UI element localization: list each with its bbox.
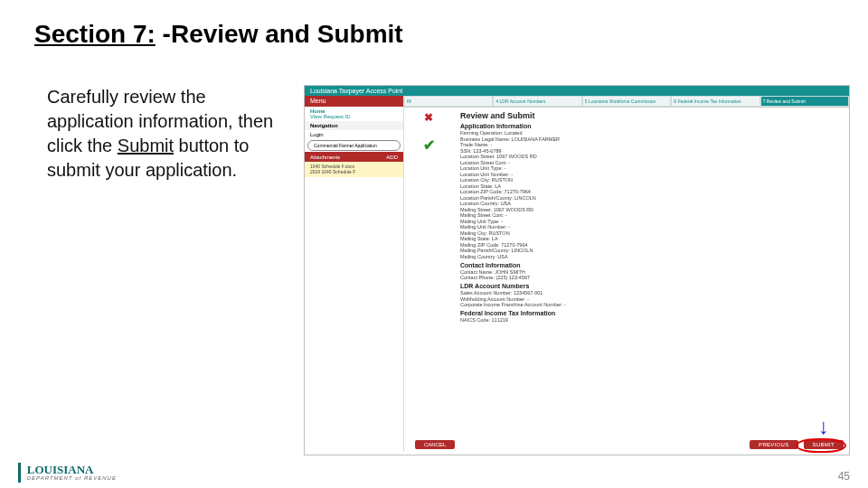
row: Location Unit Number: - (460, 172, 842, 177)
row: Location Street: 1067 WOODS RD (460, 154, 842, 159)
cancel-button[interactable]: Cancel (415, 440, 455, 449)
sidebar-app-line[interactable]: Commercial Farmer Application (307, 140, 401, 151)
x-mark-icon: ✖ (424, 111, 433, 124)
instruction-submit-word: Submit (118, 136, 174, 155)
row: Location Unit Type: - (460, 165, 842, 171)
row: Mailing Street Cont: - (460, 212, 842, 218)
section-contact: Contact Information (460, 262, 842, 268)
instruction-text: Carefully review the application informa… (47, 85, 291, 455)
check-mark-icon: ✔ (423, 136, 435, 154)
row: NAICS Code: 111219 (460, 317, 842, 323)
row: Mailing Unit Number: - (460, 224, 842, 230)
sidebar-file-desc: 2019 1040 Schedule F (310, 170, 398, 175)
row: Business Legal Name: LOUISIANA FARMER (460, 136, 842, 142)
row: Location ZIP Code: 71270-7964 (460, 189, 842, 194)
previous-button[interactable]: Previous (750, 440, 797, 449)
row: Mailing Parish/County: LINCOLN (460, 248, 842, 253)
section-appinfo: Application Information (460, 123, 842, 129)
step-tab-4[interactable]: 4 LDR Account Numbers (493, 96, 581, 107)
row: Trade Name: - (460, 142, 842, 147)
step-tab-6[interactable]: 6 Federal Income Tax Information (671, 96, 760, 107)
sidebar-attachments-label: Attachments (310, 155, 340, 160)
step-tab-5[interactable]: 5 Louisiana Workforce Commission (582, 96, 671, 107)
sidebar-nav-header: Navigation (305, 121, 403, 130)
row: Contact Name: JOHN SMITH (460, 269, 842, 275)
row: Location State: LA (460, 183, 842, 189)
page-number: 45 (838, 470, 850, 483)
row: Location Country: USA (460, 201, 842, 206)
validation-column: ✖ ✔ (404, 108, 453, 327)
slide-title: Section 7: -Review and Submit (0, 0, 868, 49)
section-fed: Federal Income Tax Information (460, 310, 842, 316)
review-title: Review and Submit (460, 111, 842, 120)
row: Withholding Account Number: - (460, 296, 842, 302)
row: Mailing ZIP Code: 71270-7964 (460, 242, 842, 248)
row: Location Street Cont: - (460, 160, 842, 165)
row: SSN: 123-45-6789 (460, 148, 842, 154)
logo-subtext: DEPARTMENT of REVENUE (27, 475, 117, 481)
sidebar-attachments: Attachments ADD (305, 152, 403, 162)
main-panel: fill 4 LDR Account Numbers 5 Louisiana W… (404, 96, 849, 452)
title-rest: -Review and Submit (156, 20, 403, 48)
app-header: Louisiana Taxpayer Access Point (305, 86, 849, 96)
logo-text: LOUISIANA (27, 463, 94, 476)
title-section: Section 7: (34, 20, 156, 48)
step-tabs: fill 4 LDR Account Numbers 5 Louisiana W… (404, 96, 849, 108)
row: Mailing City: RUSTON (460, 230, 842, 236)
sidebar-add-button[interactable]: ADD (386, 155, 398, 160)
slide-footer: LOUISIANA DEPARTMENT of REVENUE 45 (18, 463, 850, 483)
row: Corporate Income Franchise Account Numbe… (460, 302, 842, 307)
logo-bar-icon (18, 463, 21, 483)
row: Mailing Unit Type: - (460, 219, 842, 224)
row: Mailing Country: USA (460, 254, 842, 259)
sidebar-login[interactable]: Login (305, 130, 403, 139)
row: Farming Operation: Located (460, 130, 842, 136)
sidebar-request[interactable]: View Request ID (310, 114, 398, 119)
submit-button[interactable]: Submit (804, 440, 844, 449)
step-tab-7[interactable]: 7 Review and Submit (760, 96, 849, 107)
row: Mailing Street: 1067 WOODS RD (460, 207, 842, 212)
section-ldr: LDR Account Numbers (460, 283, 842, 289)
row: Location City: RUSTON (460, 177, 842, 183)
sidebar: Menu Home View Request ID Navigation Log… (305, 96, 404, 452)
app-screenshot: Louisiana Taxpayer Access Point Menu Hom… (304, 85, 850, 455)
row: Location Parish/County: LINCOLN (460, 195, 842, 201)
step-tab-1[interactable]: fill (404, 96, 493, 107)
footer-logo: LOUISIANA DEPARTMENT of REVENUE (18, 463, 117, 483)
review-content: Review and Submit Application Informatio… (453, 108, 849, 327)
row: Mailing State: LA (460, 236, 842, 241)
sidebar-attached-file[interactable]: 1040 Schedule F.docx 2019 1040 Schedule … (305, 162, 403, 177)
row: Contact Phone: (225) 123-4567 (460, 275, 842, 280)
row: Sales Account Number: 1234567-001 (460, 290, 842, 296)
sidebar-menu[interactable]: Menu (305, 96, 403, 107)
